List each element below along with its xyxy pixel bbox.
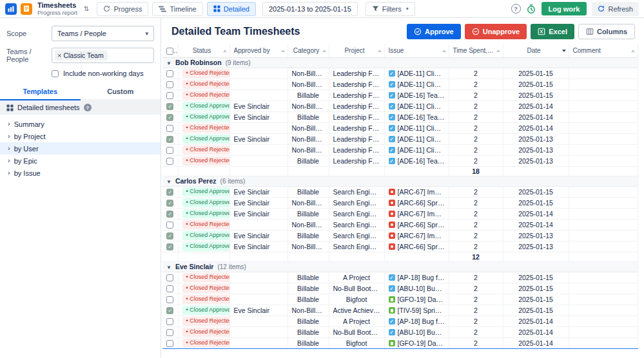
tree-item-summary[interactable]: › Summary xyxy=(0,118,161,130)
column-header-status[interactable]: Status xyxy=(178,44,229,57)
issue-link[interactable]: [ADE-11] Client feed... xyxy=(398,80,449,88)
app-logo-icon[interactable] xyxy=(5,3,17,15)
timesheet-row[interactable]: Closed ApprovedEve SinclairNon-BillableL… xyxy=(162,133,638,144)
issue-link[interactable]: [ADE-11] Client feed... xyxy=(398,124,449,132)
tab-custom[interactable]: Custom xyxy=(81,84,161,99)
tree-item-by-project[interactable]: › by Project xyxy=(0,130,161,142)
row-checkbox[interactable] xyxy=(166,81,173,88)
column-header-project[interactable]: Project xyxy=(329,44,384,57)
filters-button[interactable]: Filters ▾ xyxy=(366,2,415,16)
refresh-button[interactable]: Refresh xyxy=(592,2,639,16)
tree-item-by-issue[interactable]: › by Issue xyxy=(0,167,161,179)
tab-templates[interactable]: Templates xyxy=(0,84,81,99)
tab-progress[interactable]: Progress xyxy=(97,2,148,16)
column-header-category[interactable]: Category xyxy=(288,44,329,57)
scope-select[interactable]: Teams / People ▾ xyxy=(52,26,154,41)
timesheet-row[interactable]: Closed RejectedBillableA Project[AP-18] … xyxy=(162,272,638,283)
row-checkbox[interactable] xyxy=(166,274,173,281)
row-checkbox[interactable] xyxy=(166,211,173,218)
issue-link[interactable]: [ADE-11] Client feed... xyxy=(398,102,449,110)
row-checkbox[interactable] xyxy=(166,243,173,250)
issue-link[interactable]: [GFO-19] Database ... xyxy=(398,339,449,347)
issue-link[interactable]: [ADE-11] Client feed... xyxy=(398,146,449,154)
timesheet-row[interactable]: Closed ApprovedEve SinclairNon-BillableA… xyxy=(162,305,638,316)
column-header-issue[interactable]: Issue xyxy=(384,44,449,57)
timesheet-row[interactable]: Closed ApprovedEve SinclairNon-BillableS… xyxy=(162,241,638,252)
issue-link[interactable]: [ADE-11] Client feed... xyxy=(398,70,449,77)
sort-icon[interactable] xyxy=(496,50,500,52)
tab-timeline[interactable]: Timeline xyxy=(152,2,202,16)
issue-link[interactable]: [ARC-67] Improve d... xyxy=(398,232,449,240)
date-range-input[interactable]: 2025-01-13 to 2025-01-15 xyxy=(262,2,358,16)
row-checkbox[interactable] xyxy=(166,285,173,292)
timesheet-row[interactable]: Closed RejectedBillableLeadership Freak[… xyxy=(162,155,638,166)
approve-button[interactable]: Approve xyxy=(407,24,461,39)
tab-detailed[interactable]: Detailed xyxy=(207,2,256,16)
issue-link[interactable]: [AP-18] Bug fixing xyxy=(398,274,449,281)
timesheet-row[interactable]: Closed RejectedBillableLeadership Freak[… xyxy=(162,90,638,100)
collapse-group-icon[interactable]: ▼ xyxy=(166,61,171,66)
timesheet-row[interactable]: Closed RejectedNon-BillableSearch Engine… xyxy=(162,219,638,230)
timesheet-row[interactable]: Closed RejectedNon-BillableLeadership Fr… xyxy=(162,122,638,133)
issue-link[interactable]: [ARC-67] Improve d... xyxy=(398,210,449,218)
collapse-group-icon[interactable]: ▼ xyxy=(166,265,171,270)
select-all-checkbox[interactable] xyxy=(166,48,173,55)
row-checkbox[interactable] xyxy=(166,296,173,303)
row-checkbox[interactable] xyxy=(166,318,173,325)
issue-link[interactable]: [ADE-16] Team sync xyxy=(398,113,449,121)
remove-tag-icon[interactable]: × xyxy=(57,52,61,59)
timer-icon[interactable] xyxy=(526,4,536,14)
report-switcher-icon[interactable]: ⇅ xyxy=(84,5,89,12)
issue-link[interactable]: [ABU-10] Bug with in... xyxy=(398,328,449,336)
sort-icon[interactable] xyxy=(631,50,635,52)
collapse-group-icon[interactable]: ▼ xyxy=(166,179,171,185)
row-checkbox[interactable] xyxy=(166,340,173,347)
timesheet-row[interactable]: Closed RejectedNon-BillableLeadership Fr… xyxy=(162,68,638,79)
include-nonworking-checkbox[interactable] xyxy=(52,70,59,77)
sort-icon[interactable] xyxy=(442,50,446,52)
row-checkbox[interactable] xyxy=(166,70,173,77)
timesheet-row[interactable]: Closed RejectedBillableNo-Bull Bootcamp[… xyxy=(162,283,638,294)
help-icon[interactable]: ? xyxy=(511,4,521,14)
issue-link[interactable]: [ADE-16] Team sync xyxy=(398,91,449,99)
row-checkbox[interactable] xyxy=(166,103,173,110)
row-checkbox[interactable] xyxy=(166,221,173,229)
group-header-row[interactable]: ▼Bob Robinson(9 items) xyxy=(162,57,638,68)
row-checkbox[interactable] xyxy=(166,136,173,143)
row-checkbox[interactable] xyxy=(166,232,173,240)
timesheet-row[interactable]: Closed RejectedNon-BillableLeadership Fr… xyxy=(162,79,638,90)
column-header-time-spent[interactable]: Time Spent, Hours xyxy=(449,44,503,57)
group-header-row[interactable]: ▼Carlos Perez(6 items) xyxy=(162,176,638,186)
timesheet-row[interactable]: Closed ApprovedEve SinclairNon-BillableS… xyxy=(162,197,638,208)
sort-icon[interactable] xyxy=(281,50,285,52)
issue-link[interactable]: [TIV-59] Sprint plann... xyxy=(398,306,449,314)
column-header-date[interactable]: Date xyxy=(503,44,569,57)
timesheet-row[interactable]: Closed RejectedBillableNo-Bull Bootcamp[… xyxy=(162,326,638,337)
teams-people-input[interactable]: × Classic Team xyxy=(52,48,154,63)
excel-export-button[interactable]: Excel xyxy=(531,24,574,39)
timesheet-row[interactable]: Closed ApprovedEve SinclairBillableSearc… xyxy=(162,208,638,219)
row-checkbox[interactable] xyxy=(166,200,173,207)
sort-icon[interactable] xyxy=(223,50,227,52)
row-checkbox[interactable] xyxy=(166,158,173,165)
help-badge-icon[interactable]: ? xyxy=(84,104,92,111)
issue-link[interactable]: [ARC-67] Improve d... xyxy=(398,188,449,196)
group-header-row[interactable]: ▼Eve Sinclair(12 items) xyxy=(162,261,638,272)
issue-link[interactable]: [ADE-16] Team sync xyxy=(398,157,449,165)
row-checkbox[interactable] xyxy=(166,329,173,336)
timesheet-row[interactable]: Closed ApprovedEve SinclairNon-BillableL… xyxy=(162,100,638,111)
row-checkbox[interactable] xyxy=(166,92,173,99)
timesheet-row[interactable]: Closed RejectedBillableBigfoot[GFO-19] D… xyxy=(162,294,638,305)
timesheet-row[interactable]: Closed RejectedBillableBigfoot[GFO-19] D… xyxy=(162,337,638,348)
timesheet-row[interactable]: Closed ApprovedEve SinclairBillableSearc… xyxy=(162,186,638,197)
issue-link[interactable]: [ADE-11] Client feed... xyxy=(398,135,449,143)
issue-link[interactable]: [ARC-66] Sprint revi... xyxy=(398,221,449,229)
app-title-block[interactable]: Timesheets Progress report xyxy=(37,2,77,16)
log-work-button[interactable]: Log work xyxy=(542,2,587,15)
row-checkbox[interactable] xyxy=(166,147,173,154)
issue-link[interactable]: [AP-18] Bug fixing xyxy=(398,317,449,325)
columns-button[interactable]: Columns xyxy=(578,24,635,39)
issue-link[interactable]: [ARC-66] Sprint revi... xyxy=(398,199,449,207)
issue-link[interactable]: [ABU-10] Bug with in... xyxy=(398,285,449,292)
row-checkbox[interactable] xyxy=(166,189,173,196)
